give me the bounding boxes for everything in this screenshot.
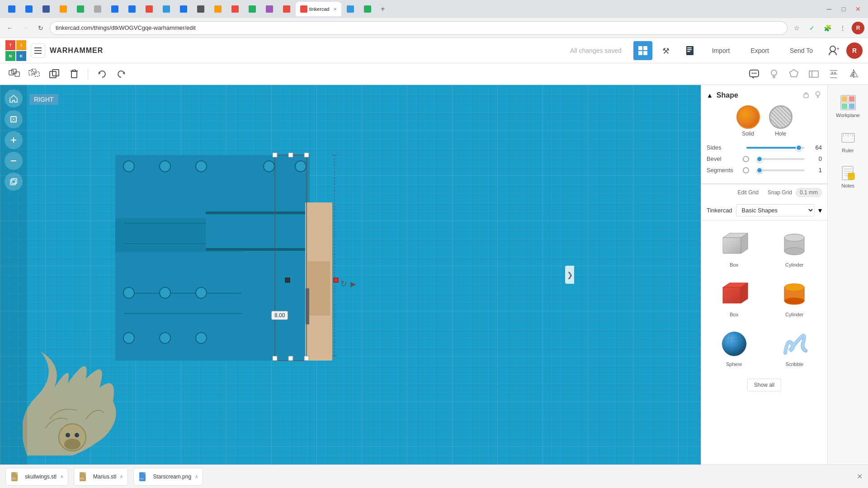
notes-button[interactable]: Notes [832, 161, 864, 192]
shape-item-cylinder-gray[interactable]: Cylinder [766, 225, 823, 271]
download-chevron-3[interactable]: ∧ [195, 474, 198, 479]
active-tab-close[interactable]: ✕ [333, 7, 337, 12]
redo-button[interactable] [113, 66, 130, 82]
panel-collapse-arrow[interactable]: ❯ [565, 266, 574, 284]
active-tab-label: tinkercad [309, 6, 330, 12]
expand-dropdown-button[interactable]: ▾ [818, 206, 822, 215]
browser-tab-2[interactable] [21, 2, 37, 16]
shape-item-sphere-blue[interactable]: Sphere [706, 324, 763, 371]
help-button[interactable] [766, 66, 782, 82]
canvas-area[interactable]: RIGHT [0, 85, 701, 465]
browser-tab-active[interactable]: tinkercad ✕ [296, 2, 341, 16]
favicon-3 [42, 5, 50, 13]
zoom-out-button[interactable] [5, 152, 23, 170]
user-avatar[interactable]: R [846, 42, 863, 59]
home-view-button[interactable] [5, 89, 23, 108]
copy-button[interactable] [5, 173, 23, 191]
download-item-marius[interactable]: STL Marius.stl ∧ [74, 468, 128, 486]
hole-option[interactable]: Hole [769, 105, 793, 137]
bookmark-button[interactable]: ☆ [790, 22, 803, 34]
show-all-button[interactable]: Show all [747, 379, 781, 391]
svg-point-79 [123, 333, 134, 343]
import-button[interactable]: Import [704, 42, 738, 59]
svg-rect-149 [849, 96, 854, 102]
browser-tab-3[interactable] [38, 2, 54, 16]
solid-option[interactable]: Solid [736, 105, 760, 137]
close-button[interactable]: ✕ [852, 3, 864, 15]
add-user-button[interactable]: + [826, 42, 842, 59]
browser-tab-4[interactable] [55, 2, 71, 16]
browser-tab-16[interactable] [261, 2, 278, 16]
settings-button[interactable]: ⋮ [836, 22, 849, 34]
back-button[interactable]: ← [4, 22, 16, 34]
minimize-button[interactable]: ─ [823, 3, 835, 15]
undo-button[interactable] [94, 66, 110, 82]
subtract-button[interactable] [806, 66, 822, 82]
browser-tab-8[interactable] [124, 2, 140, 16]
browser-tab-13[interactable] [210, 2, 226, 16]
align-button[interactable] [826, 66, 842, 82]
cylinder-gray-preview [778, 229, 810, 260]
export-button[interactable]: Export [742, 42, 777, 59]
download-item-skullwings[interactable]: STL skullwings.stl ∧ [5, 468, 68, 486]
zoom-in-button[interactable] [5, 131, 23, 149]
browser-tab-11[interactable] [175, 2, 192, 16]
mirror-button[interactable] [845, 66, 862, 82]
extensions-button[interactable]: 🧩 [821, 22, 834, 34]
svg-rect-2 [34, 53, 42, 54]
browser-tab-14[interactable] [227, 2, 243, 16]
browser-tab-12[interactable] [193, 2, 209, 16]
download-item-starscream[interactable]: PNG Starscream.png ∧ [133, 468, 203, 486]
favicon-17 [283, 5, 290, 13]
browser-tab-19[interactable] [342, 2, 359, 16]
refresh-button[interactable]: ↻ [34, 22, 47, 34]
browser-tab-20[interactable] [359, 2, 376, 16]
segments-circle-control[interactable] [743, 167, 749, 174]
tinkercad-logo[interactable]: T I N K [5, 40, 26, 61]
browser-tab-7[interactable] [107, 2, 123, 16]
extension-button[interactable]: ✓ [806, 22, 818, 34]
lock-button[interactable] [802, 90, 810, 100]
new-tab-button[interactable]: + [377, 3, 389, 15]
browser-tab-15[interactable] [244, 2, 260, 16]
polygon-button[interactable] [786, 66, 802, 82]
maximize-button[interactable]: □ [837, 3, 850, 15]
download-chevron-1[interactable]: ∧ [60, 474, 63, 479]
shape-item-box-red[interactable]: Box [706, 275, 763, 321]
shape-item-scribble[interactable]: Scribble [766, 324, 823, 371]
browser-tab-6[interactable] [90, 2, 106, 16]
delete-button[interactable] [66, 66, 82, 82]
notebook-button[interactable] [680, 41, 699, 60]
edit-mode-button[interactable]: ⚒ [657, 41, 676, 60]
bevel-circle-control[interactable] [743, 156, 749, 162]
forward-button[interactable]: → [19, 22, 32, 34]
browser-tab-17[interactable] [278, 2, 295, 16]
segments-slider[interactable] [756, 169, 805, 171]
browser-tab-1[interactable] [4, 2, 20, 16]
workplane-button[interactable]: Workplane [832, 90, 864, 122]
comment-button[interactable] [746, 66, 762, 82]
group-button[interactable] [6, 66, 23, 82]
hamburger-menu-button[interactable] [31, 43, 45, 58]
panel-collapse-button[interactable]: ▲ [707, 92, 713, 99]
bevel-slider[interactable] [756, 158, 805, 160]
address-bar[interactable]: tinkercad.com/things/dtkWOGVCgqe-warhamm… [50, 21, 788, 35]
download-chevron-2[interactable]: ∧ [120, 474, 123, 479]
fit-view-button[interactable] [5, 110, 23, 128]
grid-view-button[interactable] [633, 41, 652, 60]
hint-button[interactable] [814, 90, 822, 100]
ruler-button[interactable]: Ruler [832, 126, 864, 157]
shape-item-cylinder-orange[interactable]: Cylinder [766, 275, 823, 321]
sides-slider[interactable] [746, 147, 805, 149]
shape-item-box-gray[interactable]: Box [706, 225, 763, 271]
browser-tab-10[interactable] [158, 2, 175, 16]
browser-tab-9[interactable] [141, 2, 157, 16]
notes-label: Notes [841, 183, 854, 188]
send-to-button[interactable]: Send To [782, 42, 821, 59]
browser-tab-5[interactable] [72, 2, 89, 16]
duplicate-button[interactable] [46, 66, 62, 82]
ungroup-button[interactable] [26, 66, 42, 82]
browser-profile[interactable]: R [852, 22, 864, 34]
downloads-close-button[interactable]: ✕ [857, 472, 863, 481]
library-category-dropdown[interactable]: Basic Shapes [736, 204, 815, 216]
